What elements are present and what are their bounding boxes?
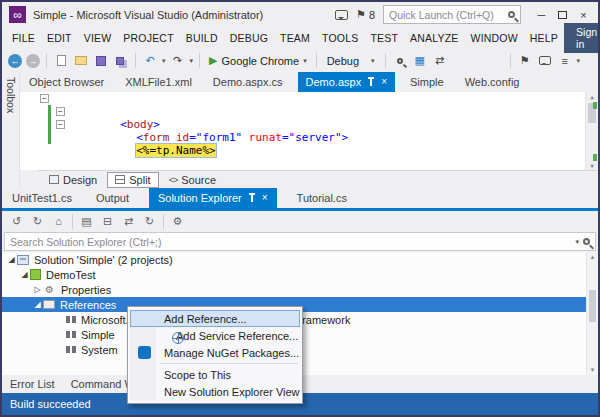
search-box[interactable]: ▾ [4,232,596,251]
notifications-button[interactable]: ⚑ 8 [356,8,375,21]
compare-icon[interactable]: ⇄ [432,52,448,70]
line-list-icon[interactable]: ≡ [557,52,573,70]
se-forward-icon[interactable]: ↻ [28,213,47,230]
collapse-all-icon[interactable]: ⊟ [98,213,117,230]
menu-view[interactable]: VIEW [78,28,118,48]
forward-arrow-glyph: → [29,56,38,66]
toolbox-label: Toolbox [5,77,17,188]
save-all-icon[interactable] [113,52,129,70]
minimize-button[interactable]: ─ [531,5,552,25]
properties-icon[interactable]: ⚙ [168,213,187,230]
undo-icon[interactable]: ↶ [142,52,158,70]
menu-debug[interactable]: DEBUG [224,28,274,48]
expander-icon[interactable]: ▷ [32,285,43,294]
menu-tools[interactable]: TOOLS [316,28,364,48]
tab-object-browser[interactable]: Object Browser [23,72,110,92]
code-editor[interactable]: − <body> − <form id="form1" runat="serve… [20,92,598,170]
menu-file[interactable]: FILE [6,28,41,48]
tab-error-list[interactable]: Error List [10,378,55,390]
fold-toggle-icon[interactable]: − [56,120,65,129]
undo-dropdown-icon[interactable]: ▾ [162,57,166,65]
scroll-up-icon[interactable]: ▲ [586,93,598,100]
pin-icon[interactable] [251,195,253,202]
fold-toggle-icon[interactable]: − [56,107,65,116]
design-view-button[interactable]: Design [42,173,104,187]
expander-icon[interactable]: ◢ [19,270,30,279]
close-tab-icon[interactable]: × [381,77,387,87]
tab-xmlfile1[interactable]: XMLFile1.xml [119,72,198,92]
fold-toggle-icon[interactable]: − [40,94,49,103]
scroll-down-icon[interactable]: ▼ [587,367,598,373]
menu-item-new-solution-explorer-view[interactable]: New Solution Explorer View [130,383,300,400]
menu-item-scope-to-this[interactable]: Scope to This [130,366,300,383]
tree-scrollbar[interactable]: ▲ ▼ [586,252,598,375]
menu-build[interactable]: BUILD [180,28,224,48]
navigate-back-icon[interactable]: ← [8,54,22,68]
editor-scrollbar[interactable]: ▲ ▼ [585,92,598,170]
tab-demo-aspx-cs[interactable]: Demo.aspx.cs [207,72,289,92]
scrollbar-thumb[interactable] [589,290,596,322]
assembly-icon [66,316,70,323]
tab-demo-aspx[interactable]: Demo.aspx × [298,72,395,92]
tab-solution-explorer[interactable]: Solution Explorer × [149,188,277,208]
save-icon[interactable] [93,52,109,70]
menu-analyze[interactable]: ANALYZE [404,28,464,48]
find-in-files-icon[interactable] [392,52,408,70]
notification-count: 8 [369,9,375,21]
configuration-label: Debug [327,55,359,67]
menu-help[interactable]: HELP [524,28,564,48]
change-tracking-bar [48,105,51,144]
tab-tutorial[interactable]: Tutorial.cs [293,188,351,208]
source-view-button[interactable]: <> Source [162,173,223,187]
menu-item-manage-nuget-packages[interactable]: Manage NuGet Packages... [130,344,300,361]
menu-item-add-reference[interactable]: Add Reference... [130,310,300,327]
split-view-button[interactable]: Split [107,172,158,188]
feedback-icon[interactable] [335,10,348,20]
wrench-icon: ⚙ [43,284,56,295]
solution-search-input[interactable] [10,236,571,248]
comment-icon[interactable] [537,52,553,70]
open-file-icon[interactable] [73,52,89,70]
pin-icon[interactable] [370,79,372,86]
expander-icon[interactable]: ◢ [32,300,43,309]
start-debugging-button[interactable]: ▶ Google Chrome ▾ [206,54,310,67]
menu-window[interactable]: WINDOW [465,28,524,48]
redo-icon[interactable]: ↷ [170,52,186,70]
sync-with-active-document-icon[interactable]: ⇄ [119,213,138,230]
expander-icon[interactable]: ◢ [6,255,17,264]
tree-item-solution[interactable]: ◢ Solution 'Simple' (2 projects) [2,252,598,267]
search-options-dropdown-icon[interactable]: ▾ [575,238,579,246]
speech-bubble-icon [539,56,551,65]
close-tab-icon[interactable]: × [262,193,268,203]
maximize-button[interactable] [552,5,573,25]
menu-edit[interactable]: EDIT [41,28,78,48]
toolbar-overflow-icon[interactable]: ▾ [577,57,581,65]
refresh-icon[interactable]: ↻ [140,213,159,230]
close-button[interactable]: × [573,5,594,25]
home-icon[interactable]: ⌂ [49,213,68,230]
configuration-dropdown[interactable]: Debug ▾ [323,53,379,69]
tab-output[interactable]: Output [92,188,133,208]
menu-team[interactable]: TEAM [274,28,316,48]
toolbox-tab[interactable]: Toolbox [2,72,20,188]
quick-launch-box[interactable] [383,5,521,24]
scroll-down-icon[interactable]: ▼ [586,162,598,169]
navigate-forward-icon[interactable]: → [26,54,40,68]
tab-simple[interactable]: Simple [404,72,450,92]
new-file-icon[interactable] [53,52,69,70]
menu-item-add-service-reference[interactable]: Add Service Reference... [130,327,300,344]
show-all-files-icon[interactable]: ▤ [77,213,96,230]
menu-test[interactable]: TEST [364,28,404,48]
tab-unittest1[interactable]: UnitTest1.cs [8,188,76,208]
menu-project[interactable]: PROJECT [117,28,179,48]
tree-item-demotest[interactable]: ◢ DemoTest [2,267,598,282]
redo-dropdown-icon[interactable]: ▾ [190,57,194,65]
quick-launch-input[interactable] [389,9,508,21]
window-title: Simple - Microsoft Visual Studio (Admini… [33,9,263,21]
tab-web-config[interactable]: Web.config [459,72,526,92]
bookmark-icon[interactable]: ⚑ [517,52,533,70]
scroll-up-icon[interactable]: ▲ [587,254,598,260]
solution-platform-icon[interactable]: ▦ [412,52,428,70]
tree-item-properties[interactable]: ▷ ⚙ Properties [2,282,598,297]
se-back-icon[interactable]: ↺ [7,213,26,230]
